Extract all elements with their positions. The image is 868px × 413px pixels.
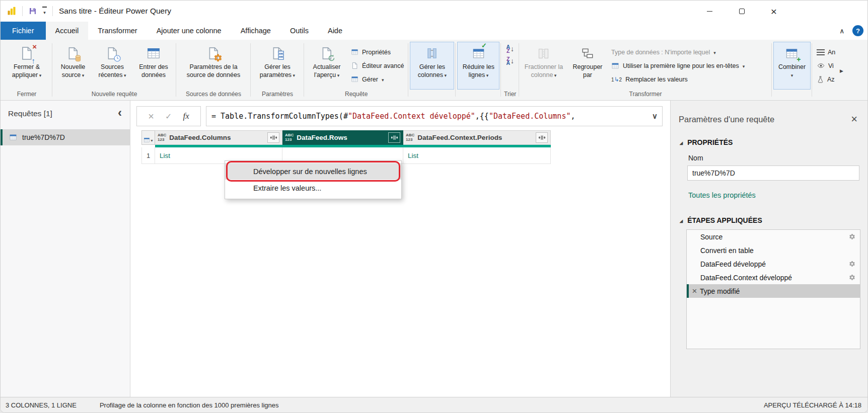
minimize-button[interactable]	[698, 1, 721, 22]
quick-access-toolbar-dropdown-icon[interactable]	[42, 7, 47, 16]
tab-aide[interactable]: Aide	[318, 22, 352, 40]
manage-parameters-button[interactable]: Gérer les paramètres	[252, 42, 303, 90]
azure-ml-button[interactable]: Az	[815, 73, 836, 86]
power-query-editor-window: Sans titre - Éditeur Power Query Fichier…	[0, 0, 868, 413]
collapse-ribbon-button[interactable]	[839, 27, 844, 35]
group-label-trier: Trier	[502, 90, 518, 100]
step-datafeed-context-developpe[interactable]: DataFeed.Context développé	[687, 271, 860, 284]
new-source-button[interactable]: Nouvelle source	[54, 42, 92, 90]
properties-icon	[351, 48, 358, 56]
maximize-button[interactable]	[730, 1, 753, 22]
expand-column-icon[interactable]	[267, 132, 279, 143]
step-label: Converti en table	[700, 246, 754, 255]
ribbon-tab-strip: Fichier Accueil Transformer Ajouter une …	[1, 22, 867, 40]
step-source[interactable]: Source	[687, 230, 860, 243]
table-header-icon	[611, 62, 619, 70]
replace-values-button[interactable]: 1↳2 Remplacer les valeurs	[609, 73, 769, 86]
column-name: DataFeed.Rows	[297, 134, 347, 141]
maximize-icon	[739, 9, 745, 14]
tab-outils[interactable]: Outils	[280, 22, 318, 40]
formula-input[interactable]: = Table.TransformColumnTypes(#"DataFeed.…	[206, 106, 663, 126]
section-title: ÉTAPES APPLIQUÉES	[687, 216, 762, 224]
vision-button[interactable]: Vi	[815, 59, 836, 72]
formula-cancel-icon[interactable]	[148, 111, 154, 122]
column-type-abc123-icon: ABC123	[158, 133, 166, 142]
manage-columns-icon	[425, 44, 439, 63]
recent-sources-button[interactable]: Sources récentes	[92, 42, 132, 90]
select-all-corner-button[interactable]	[141, 130, 155, 145]
data-source-settings-button[interactable]: Paramètres de la source de données	[178, 42, 249, 90]
sort-descending-button[interactable]: ZA ↓	[506, 57, 514, 65]
button-label: Fractionner la colonne	[525, 63, 563, 78]
advanced-editor-button[interactable]: Éditeur avancé	[349, 59, 406, 72]
status-columns-rows: 3 COLONNES, 1 LIGNE	[6, 401, 77, 409]
ribbon-group-parametres: Gérer les paramètres Paramètres	[251, 40, 304, 100]
menu-item-expand-to-new-rows[interactable]: Développer sur de nouvelles lignes	[225, 163, 401, 180]
formula-expand-icon[interactable]	[652, 107, 658, 126]
tab-affichage[interactable]: Affichage	[231, 22, 280, 40]
powerbi-logo-icon	[7, 6, 17, 16]
advanced-editor-icon	[351, 62, 358, 69]
manage-columns-button[interactable]: Gérer les colonnes	[410, 42, 454, 90]
manage-query-button[interactable]: Gérer	[349, 73, 406, 86]
dropdown-caret-icon	[791, 71, 793, 78]
tab-ajouter-une-colonne[interactable]: Ajouter une colonne	[147, 22, 231, 40]
group-by-button[interactable]: Regrouper par	[567, 42, 608, 90]
combine-button[interactable]: + Combiner	[773, 42, 811, 90]
all-properties-link[interactable]: Toutes les propriétés	[688, 191, 756, 199]
menu-item-extract-values[interactable]: Extraire les valeurs...	[225, 180, 401, 196]
expand-column-icon[interactable]	[536, 132, 548, 143]
step-settings-gear-icon[interactable]	[849, 274, 855, 281]
step-settings-gear-icon[interactable]	[849, 261, 855, 267]
column-header-datafeed-context-periods[interactable]: ABC123 DataFeed.Context.Periods	[403, 130, 551, 145]
collapse-queries-pane-button[interactable]	[118, 109, 122, 118]
step-type-modifie[interactable]: Type modifié	[687, 284, 860, 298]
text-analytics-button[interactable]: An	[815, 46, 836, 58]
sort-ascending-button[interactable]: AZ ↓	[506, 45, 514, 53]
status-profiling-info[interactable]: Profilage de la colonne en fonction des …	[100, 401, 279, 409]
ribbon-group-nouvelle-requete: Nouvelle source Sources récentes Entrer …	[52, 40, 176, 100]
formula-fx-icon[interactable]: fx	[183, 111, 189, 121]
delete-step-icon[interactable]	[689, 287, 700, 295]
formula-accept-icon[interactable]	[165, 112, 172, 121]
close-and-apply-button[interactable]: ×↑ Fermer & appliquer	[3, 42, 51, 90]
cell-datafeed-context-periods[interactable]: List	[403, 147, 551, 164]
tab-fichier[interactable]: Fichier	[1, 22, 46, 40]
close-button[interactable]	[762, 1, 785, 22]
reduce-rows-button[interactable]: ✓ Réduire les lignes	[457, 42, 499, 90]
data-type-button[interactable]: Type de données : N'importe lequel	[609, 46, 769, 58]
button-label: Éditeur avancé	[362, 62, 404, 69]
ribbon-overflow-button[interactable]	[840, 66, 843, 74]
group-label-sources-de-donnees: Sources de données	[178, 90, 249, 100]
use-first-row-as-headers-button[interactable]: Utiliser la première ligne pour les en-t…	[609, 59, 769, 72]
enter-data-button[interactable]: Entrer des données	[132, 42, 175, 90]
column-header-datafeed-rows[interactable]: ABC123 DataFeed.Rows	[282, 130, 403, 145]
ribbon-group-requete: Actualiser l'aperçu Propriétés Éditeur a…	[304, 40, 408, 100]
tab-accueil[interactable]: Accueil	[46, 22, 89, 40]
column-header-datafeed-columns[interactable]: ABC123 DataFeed.Columns	[155, 130, 282, 145]
refresh-preview-button[interactable]: Actualiser l'aperçu	[306, 42, 348, 90]
properties-section-header[interactable]: PROPRIÉTÉS	[680, 138, 868, 146]
expand-column-icon[interactable]	[388, 132, 400, 143]
row-number[interactable]: 1	[141, 147, 155, 164]
step-converti-en-table[interactable]: Converti en table	[687, 243, 860, 257]
formula-text: ,{{	[475, 112, 489, 121]
chevron-up-icon	[839, 27, 844, 35]
properties-button[interactable]: Propriétés	[349, 46, 406, 58]
split-column-button[interactable]: Fractionner la colonne	[521, 42, 567, 90]
help-button[interactable]: ?	[852, 25, 863, 36]
step-datafeed-developpe[interactable]: DataFeed développé	[687, 257, 860, 271]
query-name-input[interactable]	[687, 166, 859, 181]
section-expanded-icon	[680, 216, 683, 224]
query-list-item[interactable]: true%7D%7D	[1, 129, 130, 145]
button-label: Entrer des données	[139, 63, 168, 78]
manage-query-icon	[351, 75, 358, 83]
save-button[interactable]	[28, 7, 37, 16]
close-settings-pane-icon[interactable]	[851, 114, 857, 125]
column-type-abc123-icon: ABC123	[285, 133, 294, 142]
button-label: Az	[827, 76, 835, 83]
applied-steps-section-header[interactable]: ÉTAPES APPLIQUÉES	[680, 216, 868, 224]
window-controls	[698, 1, 785, 22]
step-settings-gear-icon[interactable]	[849, 233, 855, 240]
tab-transformer[interactable]: Transformer	[88, 22, 147, 40]
